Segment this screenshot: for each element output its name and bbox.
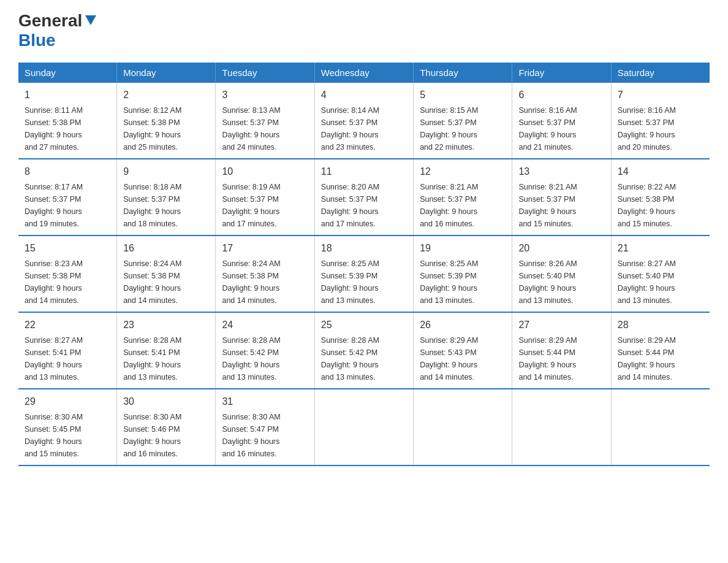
- calendar-cell: 6Sunrise: 8:16 AMSunset: 5:37 PMDaylight…: [512, 83, 611, 159]
- logo-general: General: [18, 12, 82, 29]
- day-info: Sunrise: 8:24 AMSunset: 5:38 PMDaylight:…: [123, 258, 209, 307]
- day-info: Sunrise: 8:29 AMSunset: 5:44 PMDaylight:…: [518, 334, 604, 383]
- day-number: 28: [618, 318, 703, 332]
- weekday-header-tuesday: Tuesday: [216, 63, 314, 83]
- day-number: 6: [518, 88, 604, 102]
- calendar-cell: 12Sunrise: 8:21 AMSunset: 5:37 PMDayligh…: [414, 159, 512, 236]
- calendar-cell: 24Sunrise: 8:28 AMSunset: 5:42 PMDayligh…: [216, 312, 314, 389]
- day-info: Sunrise: 8:27 AMSunset: 5:41 PMDaylight:…: [25, 334, 110, 383]
- calendar-cell: 15Sunrise: 8:23 AMSunset: 5:38 PMDayligh…: [18, 236, 117, 312]
- calendar-week-row: 1Sunrise: 8:11 AMSunset: 5:38 PMDaylight…: [18, 83, 710, 159]
- calendar-cell: 2Sunrise: 8:12 AMSunset: 5:38 PMDaylight…: [117, 83, 216, 159]
- day-info: Sunrise: 8:25 AMSunset: 5:39 PMDaylight:…: [420, 258, 506, 307]
- day-number: 26: [420, 318, 506, 332]
- weekday-header-friday: Friday: [512, 63, 611, 83]
- calendar-cell: 18Sunrise: 8:25 AMSunset: 5:39 PMDayligh…: [314, 236, 413, 312]
- calendar-cell: 19Sunrise: 8:25 AMSunset: 5:39 PMDayligh…: [414, 236, 512, 312]
- calendar-cell: 3Sunrise: 8:13 AMSunset: 5:37 PMDaylight…: [216, 83, 314, 159]
- day-number: 23: [123, 318, 209, 332]
- calendar-cell: 25Sunrise: 8:28 AMSunset: 5:42 PMDayligh…: [314, 312, 413, 389]
- calendar-cell: 23Sunrise: 8:28 AMSunset: 5:41 PMDayligh…: [117, 312, 216, 389]
- day-number: 9: [123, 164, 209, 179]
- day-number: 11: [321, 164, 407, 179]
- calendar-cell: 4Sunrise: 8:14 AMSunset: 5:37 PMDaylight…: [314, 83, 413, 159]
- day-number: 25: [321, 318, 407, 332]
- day-info: Sunrise: 8:14 AMSunset: 5:37 PMDaylight:…: [321, 104, 407, 153]
- day-number: 14: [618, 164, 703, 179]
- logo: General Blue: [18, 12, 97, 50]
- day-info: Sunrise: 8:25 AMSunset: 5:39 PMDaylight:…: [321, 258, 407, 307]
- svg-marker-0: [85, 15, 96, 25]
- day-info: Sunrise: 8:16 AMSunset: 5:37 PMDaylight:…: [618, 104, 703, 153]
- logo-triangle-icon: [84, 13, 97, 26]
- day-number: 8: [25, 164, 110, 179]
- calendar-cell: [512, 389, 611, 465]
- day-info: Sunrise: 8:30 AMSunset: 5:47 PMDaylight:…: [222, 411, 308, 460]
- calendar-cell: 30Sunrise: 8:30 AMSunset: 5:46 PMDayligh…: [117, 389, 216, 465]
- day-number: 17: [222, 241, 308, 256]
- day-info: Sunrise: 8:12 AMSunset: 5:38 PMDaylight:…: [123, 104, 209, 153]
- day-info: Sunrise: 8:16 AMSunset: 5:37 PMDaylight:…: [518, 104, 604, 153]
- day-number: 4: [321, 88, 407, 102]
- calendar-cell: 7Sunrise: 8:16 AMSunset: 5:37 PMDaylight…: [611, 83, 710, 159]
- day-info: Sunrise: 8:28 AMSunset: 5:42 PMDaylight:…: [222, 334, 308, 383]
- day-number: 31: [222, 394, 308, 409]
- day-number: 5: [420, 88, 506, 102]
- calendar-week-row: 8Sunrise: 8:17 AMSunset: 5:37 PMDaylight…: [18, 159, 710, 236]
- calendar-cell: 14Sunrise: 8:22 AMSunset: 5:38 PMDayligh…: [611, 159, 710, 236]
- day-number: 7: [618, 88, 703, 102]
- day-info: Sunrise: 8:28 AMSunset: 5:41 PMDaylight:…: [123, 334, 209, 383]
- calendar-week-row: 15Sunrise: 8:23 AMSunset: 5:38 PMDayligh…: [18, 236, 710, 312]
- weekday-header-saturday: Saturday: [611, 63, 710, 83]
- day-info: Sunrise: 8:19 AMSunset: 5:37 PMDaylight:…: [222, 181, 308, 230]
- calendar-cell: 16Sunrise: 8:24 AMSunset: 5:38 PMDayligh…: [117, 236, 216, 312]
- page-header: General Blue: [18, 12, 710, 50]
- weekday-header-sunday: Sunday: [18, 63, 117, 83]
- calendar-cell: 8Sunrise: 8:17 AMSunset: 5:37 PMDaylight…: [18, 159, 117, 236]
- day-number: 30: [123, 394, 209, 409]
- day-info: Sunrise: 8:15 AMSunset: 5:37 PMDaylight:…: [420, 104, 506, 153]
- calendar-cell: 1Sunrise: 8:11 AMSunset: 5:38 PMDaylight…: [18, 83, 117, 159]
- day-info: Sunrise: 8:26 AMSunset: 5:40 PMDaylight:…: [518, 258, 604, 307]
- day-number: 29: [25, 394, 110, 409]
- day-info: Sunrise: 8:28 AMSunset: 5:42 PMDaylight:…: [321, 334, 407, 383]
- day-number: 27: [518, 318, 604, 332]
- day-info: Sunrise: 8:22 AMSunset: 5:38 PMDaylight:…: [618, 181, 703, 230]
- logo-blue: Blue: [18, 31, 56, 50]
- day-info: Sunrise: 8:20 AMSunset: 5:37 PMDaylight:…: [321, 181, 407, 230]
- day-info: Sunrise: 8:13 AMSunset: 5:37 PMDaylight:…: [222, 104, 308, 153]
- day-info: Sunrise: 8:17 AMSunset: 5:37 PMDaylight:…: [25, 181, 110, 230]
- calendar-cell: 13Sunrise: 8:21 AMSunset: 5:37 PMDayligh…: [512, 159, 611, 236]
- day-number: 22: [25, 318, 110, 332]
- day-info: Sunrise: 8:29 AMSunset: 5:43 PMDaylight:…: [420, 334, 506, 383]
- day-number: 3: [222, 88, 308, 102]
- day-info: Sunrise: 8:23 AMSunset: 5:38 PMDaylight:…: [25, 258, 110, 307]
- calendar-cell: 10Sunrise: 8:19 AMSunset: 5:37 PMDayligh…: [216, 159, 314, 236]
- day-number: 18: [321, 241, 407, 256]
- day-number: 15: [25, 241, 110, 256]
- day-info: Sunrise: 8:11 AMSunset: 5:38 PMDaylight:…: [25, 104, 110, 153]
- day-number: 13: [518, 164, 604, 179]
- day-info: Sunrise: 8:18 AMSunset: 5:37 PMDaylight:…: [123, 181, 209, 230]
- calendar-cell: 20Sunrise: 8:26 AMSunset: 5:40 PMDayligh…: [512, 236, 611, 312]
- calendar-week-row: 22Sunrise: 8:27 AMSunset: 5:41 PMDayligh…: [18, 312, 710, 389]
- day-number: 24: [222, 318, 308, 332]
- calendar-cell: 21Sunrise: 8:27 AMSunset: 5:40 PMDayligh…: [611, 236, 710, 312]
- day-info: Sunrise: 8:29 AMSunset: 5:44 PMDaylight:…: [618, 334, 703, 383]
- calendar-cell: 27Sunrise: 8:29 AMSunset: 5:44 PMDayligh…: [512, 312, 611, 389]
- day-info: Sunrise: 8:21 AMSunset: 5:37 PMDaylight:…: [518, 181, 604, 230]
- calendar-cell: 28Sunrise: 8:29 AMSunset: 5:44 PMDayligh…: [611, 312, 710, 389]
- calendar-cell: [414, 389, 512, 465]
- day-number: 21: [618, 241, 703, 256]
- day-number: 12: [420, 164, 506, 179]
- weekday-header-wednesday: Wednesday: [314, 63, 413, 83]
- calendar-cell: 26Sunrise: 8:29 AMSunset: 5:43 PMDayligh…: [414, 312, 512, 389]
- day-info: Sunrise: 8:30 AMSunset: 5:46 PMDaylight:…: [123, 411, 209, 460]
- calendar-table: SundayMondayTuesdayWednesdayThursdayFrid…: [18, 63, 710, 466]
- day-number: 19: [420, 241, 506, 256]
- day-number: 16: [123, 241, 209, 256]
- weekday-header-row: SundayMondayTuesdayWednesdayThursdayFrid…: [18, 63, 710, 83]
- calendar-week-row: 29Sunrise: 8:30 AMSunset: 5:45 PMDayligh…: [18, 389, 710, 465]
- calendar-cell: 9Sunrise: 8:18 AMSunset: 5:37 PMDaylight…: [117, 159, 216, 236]
- day-number: 20: [518, 241, 604, 256]
